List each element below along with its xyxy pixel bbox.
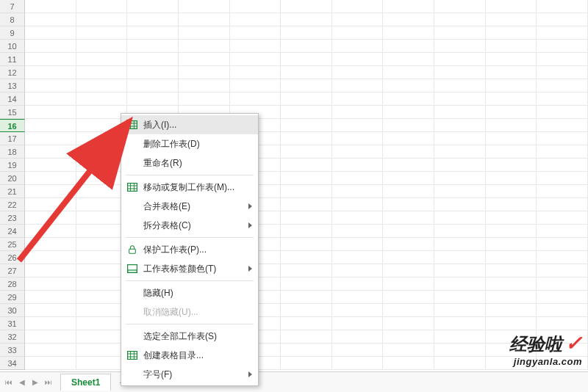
cell[interactable] (486, 264, 537, 277)
cell[interactable] (537, 185, 588, 197)
cell[interactable] (486, 40, 537, 52)
cell[interactable] (537, 264, 588, 277)
cell[interactable] (25, 53, 76, 65)
cell[interactable] (281, 317, 332, 330)
cell[interactable] (76, 92, 128, 105)
cell[interactable] (25, 357, 76, 369)
cell[interactable] (332, 225, 384, 237)
cell[interactable] (486, 277, 537, 290)
cell[interactable] (332, 119, 384, 131)
cell[interactable] (76, 198, 128, 211)
cell[interactable] (179, 26, 230, 39)
cell[interactable] (537, 291, 588, 303)
cell[interactable] (383, 92, 434, 105)
cell[interactable] (434, 238, 486, 250)
cell[interactable] (486, 119, 537, 131)
cell[interactable] (383, 304, 434, 316)
cell[interactable] (76, 79, 128, 92)
cell[interactable] (537, 211, 588, 224)
cell[interactable] (537, 0, 588, 12)
cell[interactable] (281, 0, 332, 12)
cell[interactable] (383, 198, 434, 211)
cell[interactable] (281, 264, 332, 277)
cell[interactable] (434, 277, 486, 290)
cell[interactable] (281, 53, 332, 65)
row-header[interactable]: 11 (0, 53, 25, 66)
cell[interactable] (434, 211, 486, 224)
cell[interactable] (383, 159, 434, 171)
row-header[interactable]: 10 (0, 40, 25, 53)
cell[interactable] (281, 132, 332, 145)
cell[interactable] (25, 132, 76, 145)
cell[interactable] (281, 238, 332, 250)
cell[interactable] (486, 317, 537, 330)
cell[interactable] (486, 238, 537, 250)
cell[interactable] (127, 0, 179, 12)
cell[interactable] (434, 198, 486, 211)
cell[interactable] (383, 66, 434, 79)
row-header[interactable]: 25 (0, 238, 25, 251)
cell[interactable] (383, 251, 434, 264)
cell[interactable] (281, 159, 332, 171)
cell[interactable] (332, 304, 384, 316)
row-header[interactable]: 12 (0, 66, 25, 79)
menu-item[interactable]: 重命名(R) (121, 153, 258, 173)
cell[interactable] (486, 106, 537, 118)
cell[interactable] (434, 40, 486, 52)
cell[interactable] (127, 26, 179, 39)
row-header[interactable]: 23 (0, 211, 25, 225)
row-header[interactable]: 29 (0, 291, 25, 304)
cell[interactable] (383, 26, 434, 39)
cell[interactable] (179, 92, 230, 105)
cell[interactable] (25, 225, 76, 237)
menu-item[interactable]: 隐藏(H) (121, 283, 258, 302)
cell[interactable] (281, 145, 332, 158)
cell[interactable] (486, 198, 537, 211)
cell[interactable] (383, 185, 434, 197)
row-header[interactable]: 31 (0, 317, 25, 330)
cell[interactable] (25, 145, 76, 158)
cell[interactable] (332, 238, 384, 250)
cell[interactable] (486, 185, 537, 197)
cell[interactable] (76, 106, 128, 118)
cell[interactable] (486, 251, 537, 264)
cell[interactable] (434, 92, 486, 105)
cell[interactable] (25, 198, 76, 211)
menu-item[interactable]: 合并表格(E) (121, 197, 258, 216)
cell[interactable] (434, 145, 486, 158)
cell[interactable] (434, 159, 486, 171)
cell[interactable] (76, 225, 128, 237)
cell[interactable] (25, 185, 76, 197)
tab-nav-prev-icon[interactable]: ◀ (16, 377, 28, 388)
cell[interactable] (383, 277, 434, 290)
cell[interactable] (281, 251, 332, 264)
cell[interactable] (76, 238, 128, 250)
sheet-tab-active[interactable]: Sheet1 (60, 374, 111, 391)
cell[interactable] (76, 145, 128, 158)
row-header[interactable]: 19 (0, 159, 25, 172)
tab-nav-first-icon[interactable]: ⏮ (3, 377, 15, 388)
cell[interactable] (127, 53, 179, 65)
cell[interactable] (281, 344, 332, 356)
cell[interactable] (332, 106, 384, 118)
menu-item[interactable]: 移动或复制工作表(M)... (121, 178, 258, 197)
cell[interactable] (383, 264, 434, 277)
cell[interactable] (537, 132, 588, 145)
cell[interactable] (127, 92, 179, 105)
cell[interactable] (281, 92, 332, 105)
cell[interactable] (537, 317, 588, 330)
cell[interactable] (76, 159, 128, 171)
cell[interactable] (25, 79, 76, 92)
cell[interactable] (383, 79, 434, 92)
cell[interactable] (76, 0, 128, 12)
cell[interactable] (486, 211, 537, 224)
cell[interactable] (486, 225, 537, 237)
cell[interactable] (434, 13, 486, 26)
tab-nav-next-icon[interactable]: ▶ (29, 377, 41, 388)
row-header[interactable]: 32 (0, 330, 25, 344)
cell[interactable] (332, 317, 384, 330)
cell[interactable] (127, 40, 179, 52)
cell[interactable] (332, 13, 384, 26)
cell[interactable] (434, 264, 486, 277)
cell[interactable] (230, 40, 282, 52)
